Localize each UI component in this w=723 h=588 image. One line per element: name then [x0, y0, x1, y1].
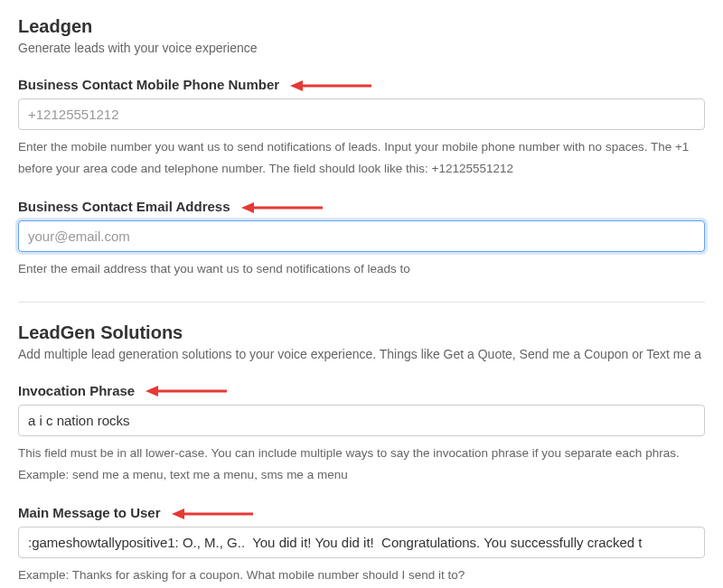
- svg-marker-5: [146, 386, 158, 397]
- phone-help-text: Enter the mobile number you want us to s…: [18, 136, 705, 179]
- main-message-field-group: Main Message to User Example: Thanks for…: [18, 505, 705, 586]
- invocation-input[interactable]: [18, 405, 705, 436]
- main-message-input[interactable]: [18, 527, 705, 558]
- svg-marker-1: [290, 80, 303, 91]
- main-message-label: Main Message to User: [18, 505, 161, 520]
- section-divider: [18, 302, 705, 303]
- main-message-label-row: Main Message to User: [18, 505, 705, 520]
- solutions-subtitle: Add multiple lead generation solutions t…: [18, 347, 705, 361]
- leadgen-title: Leadgen: [18, 16, 705, 37]
- invocation-label-row: Invocation Phrase: [18, 383, 705, 398]
- leadgen-section: Leadgen Generate leads with your voice e…: [18, 16, 705, 280]
- phone-field-group: Business Contact Mobile Phone Number Ent…: [18, 77, 705, 179]
- svg-marker-7: [172, 509, 184, 519]
- invocation-help-text: This field must be in all lower-case. Yo…: [18, 443, 705, 485]
- email-field-group: Business Contact Email Address Enter the…: [18, 199, 705, 280]
- email-input[interactable]: [18, 220, 705, 252]
- phone-label-row: Business Contact Mobile Phone Number: [18, 77, 705, 92]
- phone-input[interactable]: [18, 98, 705, 130]
- arrow-left-icon: [241, 201, 323, 214]
- main-message-help-text: Example: Thanks for asking for a coupon.…: [18, 565, 705, 586]
- arrow-left-icon: [146, 385, 227, 397]
- phone-label: Business Contact Mobile Phone Number: [18, 77, 279, 92]
- email-label-row: Business Contact Email Address: [18, 199, 705, 214]
- solutions-section: LeadGen Solutions Add multiple lead gene…: [18, 322, 705, 586]
- svg-marker-3: [241, 202, 254, 213]
- arrow-left-icon: [290, 79, 371, 92]
- solutions-title: LeadGen Solutions: [18, 322, 705, 343]
- leadgen-subtitle: Generate leads with your voice experienc…: [18, 41, 705, 55]
- email-help-text: Enter the email address that you want us…: [18, 258, 705, 280]
- email-label: Business Contact Email Address: [18, 199, 230, 214]
- arrow-left-icon: [172, 508, 253, 520]
- invocation-field-group: Invocation Phrase This field must be in …: [18, 383, 705, 485]
- invocation-label: Invocation Phrase: [18, 383, 135, 398]
